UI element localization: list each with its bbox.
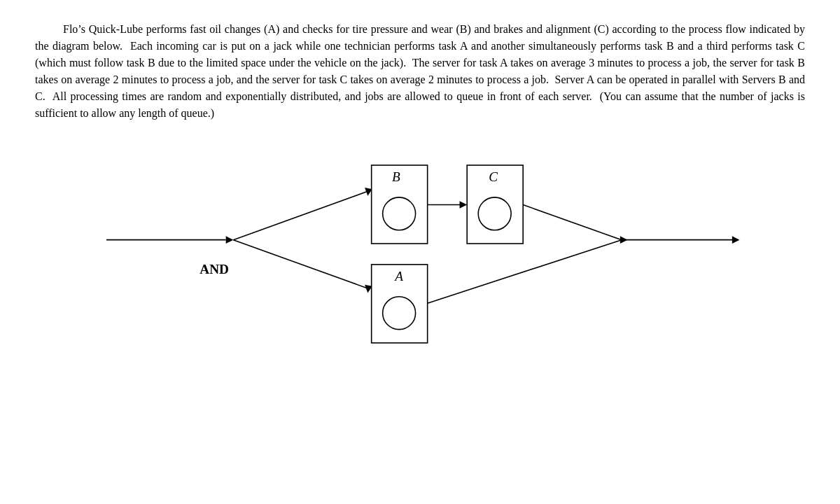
server-b-circle (383, 197, 416, 230)
and-label: AND (200, 262, 229, 276)
server-b-label: B (392, 169, 400, 184)
svg-line-8 (523, 205, 622, 240)
svg-line-4 (233, 240, 368, 288)
svg-line-2 (233, 191, 368, 239)
svg-marker-7 (460, 201, 468, 209)
server-a-circle (383, 297, 416, 330)
server-c-label: C (489, 169, 498, 184)
svg-line-9 (428, 240, 622, 304)
svg-marker-1 (226, 236, 234, 244)
svg-marker-12 (732, 236, 740, 244)
server-a-label: A (393, 269, 403, 284)
paragraph-text: Flo’s Quick-Lube performs fast oil chang… (35, 21, 805, 122)
server-c-circle (478, 197, 511, 230)
process-flow-diagram: AND B C A (35, 143, 805, 367)
